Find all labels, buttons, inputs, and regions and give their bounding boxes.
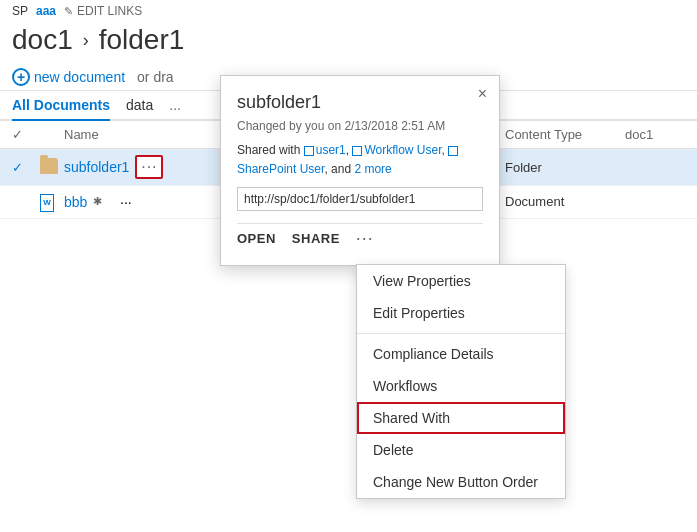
content-type-header: Content Type xyxy=(505,127,625,142)
edit-links-label: EDIT LINKS xyxy=(77,4,142,18)
user1-link[interactable]: user1 xyxy=(316,143,346,157)
content-type-col: Folder xyxy=(505,160,625,175)
file-name[interactable]: subfolder1 xyxy=(64,159,129,175)
menu-item-shared-with[interactable]: Shared With xyxy=(357,402,565,434)
menu-item-change-new-button-order[interactable]: Change New Button Order xyxy=(357,466,565,498)
tab-more[interactable]: ··· xyxy=(169,100,181,116)
document-icon: W xyxy=(40,194,54,212)
plus-icon: + xyxy=(12,68,30,86)
new-document-label: new document xyxy=(34,69,125,85)
user1-icon xyxy=(304,146,314,156)
check-header: ✓ xyxy=(12,127,40,142)
menu-item-view-properties[interactable]: View Properties xyxy=(357,265,565,297)
user-label[interactable]: aaa xyxy=(36,4,56,18)
menu-item-workflows[interactable]: Workflows xyxy=(357,370,565,402)
open-button[interactable]: OPEN xyxy=(237,231,276,246)
actions-button[interactable]: ··· xyxy=(135,155,163,179)
popup-url xyxy=(237,187,483,211)
url-input[interactable] xyxy=(237,187,483,211)
edit-links[interactable]: ✎ EDIT LINKS xyxy=(64,4,142,18)
asterisk-icon: ✱ xyxy=(93,195,102,208)
popup-card: × subfolder1 Changed by you on 2/13/2018… xyxy=(220,75,500,266)
tab-all-documents[interactable]: All Documents xyxy=(12,97,110,121)
menu-item-delete[interactable]: Delete xyxy=(357,434,565,466)
share-button[interactable]: SHARE xyxy=(292,231,340,246)
more-actions-button[interactable]: ··· xyxy=(356,228,374,249)
breadcrumb: doc1 › folder1 xyxy=(0,22,697,64)
doc-icon-col: W xyxy=(40,192,64,212)
tab-data[interactable]: data xyxy=(126,97,153,119)
close-button[interactable]: × xyxy=(478,86,487,102)
top-nav: SP aaa ✎ EDIT LINKS xyxy=(0,0,697,22)
folder-icon-col xyxy=(40,158,64,177)
sharepoint-user-link[interactable]: SharePoint User xyxy=(237,162,324,176)
sharepoint-user-icon xyxy=(448,146,458,156)
breadcrumb-arrow: › xyxy=(83,30,89,51)
workflow-user-icon xyxy=(352,146,362,156)
shared-label: Shared with xyxy=(237,143,304,157)
popup-changed: Changed by you on 2/13/2018 2:51 AM xyxy=(237,119,483,133)
popup-actions: OPEN SHARE ··· xyxy=(237,223,483,249)
folder1-title[interactable]: folder1 xyxy=(99,24,185,56)
popup-title: subfolder1 xyxy=(237,92,483,113)
actions-placeholder: ··· xyxy=(108,194,136,210)
file-name[interactable]: bbb xyxy=(64,194,87,210)
menu-separator xyxy=(357,333,565,334)
popup-shared: Shared with user1, Workflow User, ShareP… xyxy=(237,141,483,179)
menu-item-edit-properties[interactable]: Edit Properties xyxy=(357,297,565,329)
dropdown-menu: View Properties Edit Properties Complian… xyxy=(356,264,566,499)
row-check: ✓ xyxy=(12,160,40,175)
workflow-user-link[interactable]: Workflow User xyxy=(364,143,441,157)
content-type-col: Document xyxy=(505,194,625,209)
folder-icon xyxy=(40,158,58,174)
doc1-header: doc1 xyxy=(625,127,685,142)
new-document-button[interactable]: + new document xyxy=(12,68,125,86)
edit-icon: ✎ xyxy=(64,5,73,18)
or-drag-text: or dra xyxy=(137,69,174,85)
menu-item-compliance-details[interactable]: Compliance Details xyxy=(357,338,565,370)
doc1-title[interactable]: doc1 xyxy=(12,24,73,56)
sp-label: SP xyxy=(12,4,28,18)
more-users-link[interactable]: 2 more xyxy=(354,162,391,176)
